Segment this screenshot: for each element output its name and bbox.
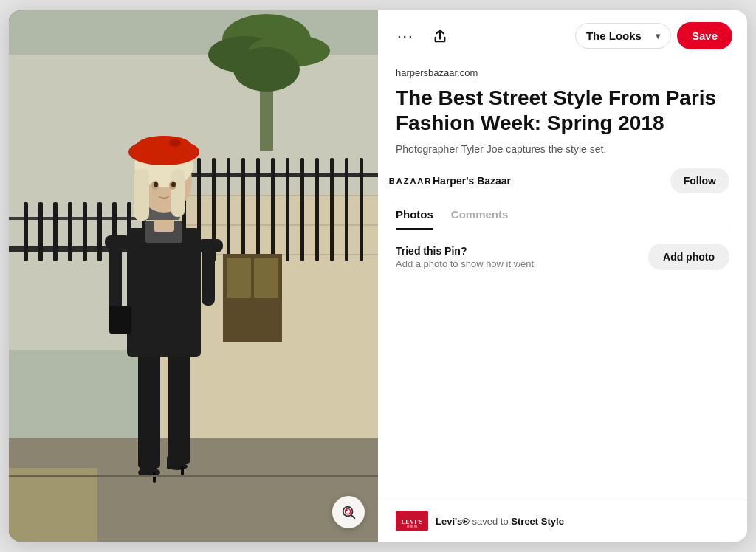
svg-rect-63 — [171, 169, 185, 217]
svg-rect-12 — [53, 202, 58, 261]
tried-pin-title: Tried this Pin? — [396, 245, 534, 257]
detail-panel: ··· The Looks ▾ Save harpersbazaar.com — [378, 10, 747, 542]
detail-body: harpersbazaar.com The Best Street Style … — [378, 58, 747, 500]
pin-modal: ··· The Looks ▾ Save harpersbazaar.com — [9, 10, 747, 542]
svg-rect-42 — [254, 258, 278, 298]
board-selector-dropdown[interactable]: The Looks ▾ — [575, 23, 671, 49]
svg-point-39 — [233, 47, 300, 92]
tried-pin-row: Tried this Pin? Add a photo to show how … — [396, 244, 729, 270]
tab-comments[interactable]: Comments — [451, 208, 509, 230]
svg-rect-62 — [134, 169, 149, 221]
header-left-actions: ··· — [393, 24, 453, 47]
image-panel — [9, 10, 378, 542]
svg-rect-25 — [227, 158, 230, 261]
svg-rect-34 — [360, 158, 363, 261]
svg-rect-27 — [256, 158, 260, 261]
svg-rect-14 — [83, 202, 87, 261]
tried-pin-text: Tried this Pin? Add a photo to show how … — [396, 245, 534, 269]
footer-brand: Levi's® — [436, 516, 470, 527]
svg-rect-15 — [97, 202, 102, 261]
svg-rect-7 — [9, 468, 97, 542]
svg-rect-13 — [68, 202, 72, 261]
add-photo-button[interactable]: Add photo — [648, 244, 729, 270]
share-button[interactable] — [427, 25, 453, 47]
svg-rect-32 — [330, 158, 334, 261]
lens-icon — [340, 504, 357, 520]
svg-rect-10 — [24, 202, 28, 261]
svg-rect-29 — [286, 158, 289, 261]
svg-rect-50 — [181, 466, 184, 475]
svg-rect-11 — [38, 202, 43, 261]
svg-text:LIVE IN: LIVE IN — [407, 525, 417, 528]
detail-footer: LEVI'S LIVE IN Levi's® saved to Street S… — [378, 500, 747, 542]
footer-board: Street Style — [511, 516, 564, 527]
publisher-name: Harper's Bazaar — [433, 175, 663, 187]
svg-rect-49 — [153, 472, 156, 483]
tried-pin-subtitle: Add a photo to show how it went — [396, 258, 534, 269]
svg-rect-41 — [227, 258, 251, 298]
source-link[interactable]: harpersbazaar.com — [396, 67, 478, 78]
svg-point-66 — [169, 139, 181, 147]
svg-rect-44 — [168, 350, 190, 464]
header-right-actions: The Looks ▾ Save — [575, 22, 732, 49]
svg-rect-31 — [315, 158, 319, 261]
svg-rect-28 — [271, 158, 275, 261]
svg-rect-56 — [202, 246, 215, 306]
levis-logo: LEVI'S LIVE IN — [396, 511, 428, 531]
follow-button[interactable]: Follow — [670, 168, 729, 193]
publisher-logo: BAZAAR — [396, 172, 425, 190]
detail-header: ··· The Looks ▾ Save — [378, 10, 747, 58]
svg-rect-72 — [9, 475, 378, 477]
share-icon — [432, 28, 448, 44]
bazaar-logo-text: BAZAAR — [389, 176, 432, 185]
svg-line-74 — [351, 515, 354, 518]
visual-search-button[interactable] — [332, 496, 365, 528]
board-name-label: The Looks — [586, 30, 642, 42]
svg-rect-48 — [167, 456, 182, 469]
publisher-row: BAZAAR Harper's Bazaar Follow — [396, 168, 729, 193]
chevron-down-icon: ▾ — [656, 31, 660, 41]
footer-saved-text: Levi's® saved to Street Style — [436, 516, 564, 527]
svg-rect-43 — [138, 350, 160, 468]
svg-point-70 — [171, 182, 176, 187]
pin-title: The Best Street Style From Paris Fashion… — [396, 86, 729, 136]
svg-rect-30 — [300, 158, 304, 261]
svg-point-76 — [346, 509, 348, 511]
save-button[interactable]: Save — [677, 22, 732, 49]
pin-description: Photographer Tyler Joe captures the styl… — [396, 143, 729, 155]
footer-action: saved to — [472, 516, 509, 527]
svg-point-65 — [136, 136, 192, 156]
svg-rect-33 — [345, 158, 348, 261]
pin-photo — [9, 10, 378, 542]
tab-photos[interactable]: Photos — [396, 208, 433, 230]
svg-point-69 — [154, 182, 158, 187]
tabs-row: Photos Comments — [396, 208, 729, 230]
levis-logo-svg: LEVI'S LIVE IN — [399, 514, 425, 528]
svg-rect-71 — [109, 306, 131, 334]
svg-rect-57 — [131, 335, 151, 351]
svg-rect-26 — [241, 158, 245, 261]
more-options-button[interactable]: ··· — [393, 24, 419, 47]
